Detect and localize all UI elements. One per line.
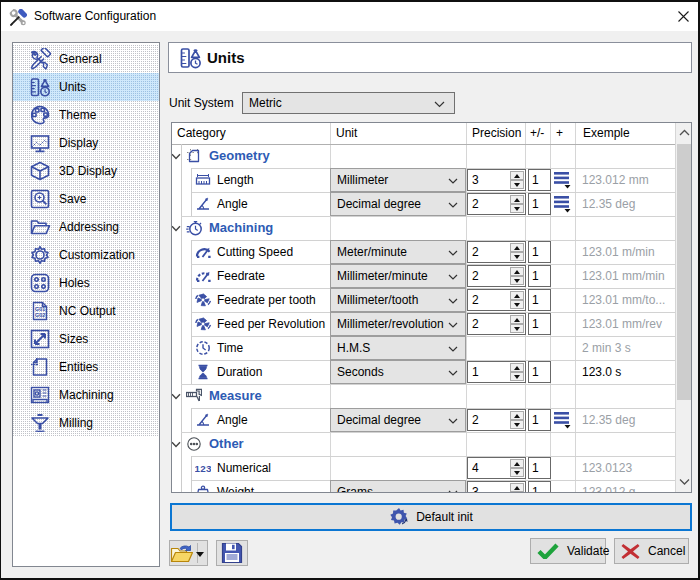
svg-text:G02: G02: [35, 312, 45, 318]
svg-text:123: 123: [195, 463, 211, 474]
svg-text:G01: G01: [35, 306, 45, 312]
